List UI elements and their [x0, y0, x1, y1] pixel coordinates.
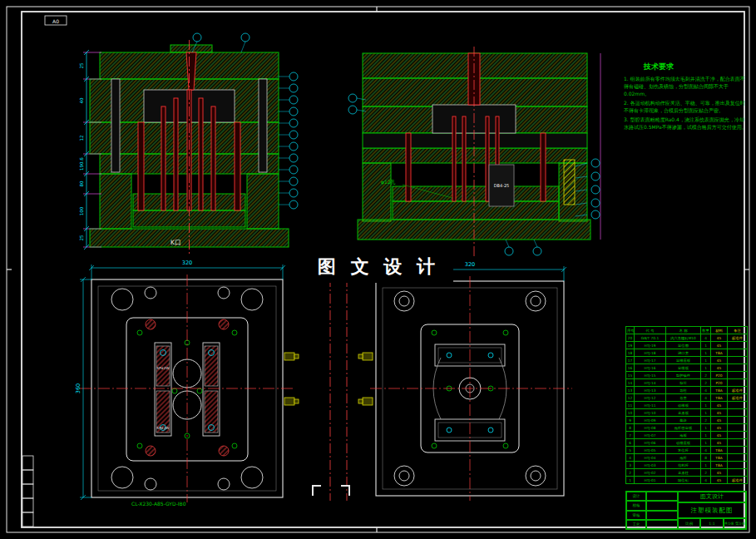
craft-label: 工艺	[626, 520, 646, 529]
svg-text:40: 40	[79, 97, 84, 103]
section-view-front: 25 40 12 190.6 80 100 25 K口	[79, 33, 298, 254]
table-row: 16HTJ-16定模板145	[626, 364, 748, 372]
table-row: 3HTJ-03拉料杆1T8A	[626, 462, 748, 469]
approver-signature	[646, 511, 678, 520]
svg-text:100: 100	[79, 206, 84, 215]
table-row: 20GB/T 70.1内六角螺钉M10445标准件	[626, 334, 748, 342]
designer-label: 设计	[626, 492, 646, 501]
section-cut-lines	[313, 277, 349, 501]
date-stamp-label: DB4-25	[494, 183, 510, 188]
spacer-block-left	[100, 174, 131, 229]
locating-ring	[170, 45, 212, 52]
cooling-nipples	[284, 353, 299, 405]
tech-requirement-line: 2. 各运动机构动作应灵活、平稳、可靠，推出及复位时不得有卡滞现象，合模后分型面…	[624, 99, 747, 114]
table-header-row: 序号代 号名 称数量材料备注	[626, 327, 748, 334]
dim-height: 360	[75, 383, 82, 393]
frame-zone-boxes	[22, 456, 33, 527]
section-view-side: DB4-25 φ12孔	[348, 47, 600, 256]
tech-requirements: 技术要求 1. 组装前所有零件均须去毛刺并清洗干净，配合表面不得有磕碰、划伤及锈…	[624, 62, 747, 132]
plan-view-moving-half: SP#2W SP#2W 320 360 CL-X230-A85-GYD-IB0	[75, 260, 299, 507]
sheet-info: 共1张 第1张	[724, 518, 746, 529]
scale-label: 比例	[678, 518, 700, 529]
tech-requirements-title: 技术要求	[644, 62, 747, 72]
cad-drawing-page: { "meta": { "corner_label": "A0", "water…	[0, 0, 756, 539]
table-row: 11HTJ-11动模板145	[626, 402, 748, 409]
section-arrow-left	[313, 486, 321, 496]
watermark: 图 文 设 计	[304, 250, 453, 283]
tech-requirement-line: 3. 型腔表面粗糙度Ra0.4，浇注系统表面应抛光，冷却水路试压0.5MPa不得…	[624, 116, 747, 131]
drawing-code: CL-X230-A85-GYD-IB0	[131, 501, 186, 507]
approver-label: 审核	[626, 511, 646, 520]
designer-signature	[646, 492, 678, 501]
drawing-title: 注塑模装配图	[678, 502, 746, 519]
dimension-labels: 25 40 12 190.6 80 100 25	[79, 62, 84, 240]
guide-pillar-left	[111, 79, 120, 172]
checker-label: 校核	[626, 501, 646, 510]
tech-requirement-line: 1. 组装前所有零件均须去毛刺并清洗干净，配合表面不得有磕碰、划伤及锈蚀，分型面…	[624, 75, 747, 97]
table-row: 13HTJ-13导柱4T8A标准件	[626, 387, 748, 394]
company-name: 图文设计	[678, 492, 746, 502]
tech-requirements-list: 1. 组装前所有零件均须去毛刺并清洗干净，配合表面不得有磕碰、划伤及锈蚀，分型面…	[624, 75, 747, 131]
dim-width: 320	[465, 261, 475, 268]
checker-signature	[646, 501, 678, 510]
slot-label-bottom: SP#2W	[157, 426, 170, 430]
table-row: 2HTJ-02支承柱245	[626, 469, 748, 477]
svg-text:25: 25	[79, 62, 84, 68]
slot-label-top: SP#2W	[157, 366, 170, 370]
table-row: 17HTJ-17定模座板145	[626, 357, 748, 364]
table-row: 4HTJ-04推杆8T8A	[626, 454, 748, 462]
table-row: 6HTJ-06动模座板145	[626, 439, 748, 447]
svg-text:25: 25	[79, 235, 84, 240]
stripper-plate	[363, 133, 587, 148]
svg-text:190.6: 190.6	[79, 157, 84, 171]
table-row: 14HTJ-14型芯2P20	[626, 379, 748, 387]
table-row: 8HTJ-08推杆固定板145	[626, 424, 748, 432]
view-label-k: K口	[170, 239, 180, 246]
spacer-block-right	[247, 174, 279, 229]
title-block: 设计 校核 审核 工艺 图文设计 注塑模装配图 比例 1:1 共1张 第1张	[625, 491, 747, 530]
parts-list: 序号代 号名 称数量材料备注20GB/T 70.1内六角螺钉M10445标准件1…	[625, 326, 747, 484]
table-row: 5HTJ-05复位杆4T8A	[626, 447, 748, 454]
svg-text:80: 80	[79, 180, 84, 186]
corner-label: A0	[52, 18, 59, 24]
section-arrow-right	[341, 486, 349, 496]
cooling-nipples	[358, 353, 373, 405]
table-row: 18HTJ-18浇口套1T8A	[626, 349, 748, 357]
table-row: 15HTJ-15型腔镶件2P20	[626, 372, 748, 379]
table-row: 12HTJ-12导套4T8A标准件	[626, 394, 748, 402]
parts-table: 序号代 号名 称数量材料备注20GB/T 70.1内六角螺钉M10445标准件1…	[625, 326, 748, 484]
support-pillar	[564, 160, 575, 205]
svg-text:12: 12	[79, 136, 84, 141]
table-row: 10HTJ-10支承板145	[626, 409, 748, 417]
table-row: 7HTJ-07推板145	[626, 432, 748, 439]
guide-pillar-right	[259, 79, 267, 172]
plan-view-fixed-half: 320	[358, 261, 572, 501]
dim-width: 320	[182, 260, 192, 266]
table-row: 19HTJ-19定位圈145	[626, 342, 748, 349]
scale-value: 1:1	[700, 518, 723, 529]
table-row: 9HTJ-09垫块245	[626, 417, 748, 424]
hole-callout: φ12孔	[381, 179, 396, 185]
table-row: 1HTJ-01限位钉445标准件	[626, 477, 748, 484]
craft-signature	[646, 520, 678, 529]
